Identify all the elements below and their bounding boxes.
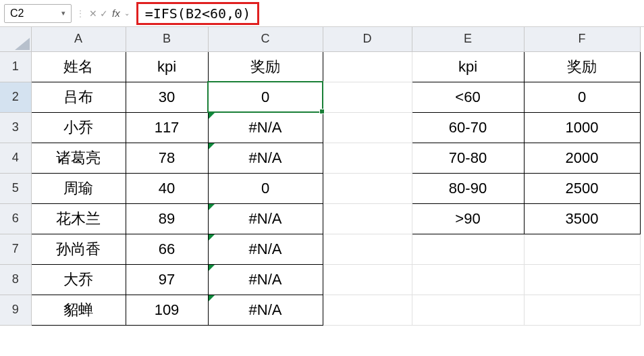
cell-D7[interactable] <box>323 234 412 264</box>
col-header-A[interactable]: A <box>31 27 126 51</box>
cell-D5[interactable] <box>323 173 412 203</box>
name-box-value: C2 <box>10 7 24 20</box>
cell-B6[interactable]: 89 <box>126 203 208 234</box>
table-row: 1 姓名 kpi 奖励 kpi 奖励 <box>0 51 640 82</box>
cell-F8[interactable] <box>524 264 640 295</box>
cancel-icon[interactable]: ✕ <box>89 8 97 19</box>
row-header[interactable]: 8 <box>0 264 31 295</box>
cell-B4[interactable]: 78 <box>126 143 208 173</box>
cell-E5[interactable]: 80-90 <box>412 173 524 203</box>
cell-B3[interactable]: 117 <box>126 112 208 143</box>
table-row: 6 花木兰 89 #N/A >90 3500 <box>0 203 640 234</box>
col-header-D[interactable]: D <box>323 27 412 51</box>
cell-C2[interactable]: 0 <box>208 82 323 112</box>
cell-C7[interactable]: #N/A <box>208 234 323 264</box>
cell-D9[interactable] <box>323 295 412 325</box>
chevron-down-icon[interactable]: ▾ <box>61 9 65 18</box>
formula-text: =IFS(B2<60,0) <box>145 5 251 22</box>
row-header[interactable]: 2 <box>0 82 31 112</box>
cell-F6[interactable]: 3500 <box>524 203 640 234</box>
cell-C3[interactable]: #N/A <box>208 112 323 143</box>
cell-E6[interactable]: >90 <box>412 203 524 234</box>
select-all-corner[interactable] <box>0 27 31 51</box>
spreadsheet-grid[interactable]: A B C D E F 1 姓名 kpi 奖励 kpi 奖励 2 吕布 30 0… <box>0 27 644 326</box>
cell-C9[interactable]: #N/A <box>208 295 323 325</box>
cell-E9[interactable] <box>412 295 524 325</box>
row-header[interactable]: 4 <box>0 143 31 173</box>
table-row: 8 大乔 97 #N/A <box>0 264 640 295</box>
cell-E7[interactable] <box>412 234 524 264</box>
col-header-B[interactable]: B <box>126 27 208 51</box>
cell-A1[interactable]: 姓名 <box>31 51 126 82</box>
formula-input[interactable]: =IFS(B2<60,0) <box>136 2 260 25</box>
cell-A8[interactable]: 大乔 <box>31 264 126 295</box>
chevron-down-icon[interactable]: ⌄ <box>124 9 130 17</box>
row-header[interactable]: 5 <box>0 173 31 203</box>
cell-C1[interactable]: 奖励 <box>208 51 323 82</box>
fx-icon[interactable]: fx <box>111 7 122 19</box>
cell-A7[interactable]: 孙尚香 <box>31 234 126 264</box>
table-row: 5 周瑜 40 0 80-90 2500 <box>0 173 640 203</box>
col-header-E[interactable]: E <box>412 27 524 51</box>
name-box[interactable]: C2 ▾ <box>4 4 72 23</box>
cell-D2[interactable] <box>323 82 412 112</box>
cell-E8[interactable] <box>412 264 524 295</box>
cell-F7[interactable] <box>524 234 640 264</box>
col-header-F[interactable]: F <box>524 27 640 51</box>
cell-C6[interactable]: #N/A <box>208 203 323 234</box>
table-row: 4 诸葛亮 78 #N/A 70-80 2000 <box>0 143 640 173</box>
cell-A6[interactable]: 花木兰 <box>31 203 126 234</box>
cell-A9[interactable]: 貂蝉 <box>31 295 126 325</box>
table-row: 2 吕布 30 0 <60 0 <box>0 82 640 112</box>
cell-F2[interactable]: 0 <box>524 82 640 112</box>
table-row: 7 孙尚香 66 #N/A <box>0 234 640 264</box>
cell-F4[interactable]: 2000 <box>524 143 640 173</box>
cell-E4[interactable]: 70-80 <box>412 143 524 173</box>
separator: ⋮ <box>74 8 86 19</box>
cell-C5[interactable]: 0 <box>208 173 323 203</box>
cell-A3[interactable]: 小乔 <box>31 112 126 143</box>
cell-B2[interactable]: 30 <box>126 82 208 112</box>
cell-D6[interactable] <box>323 203 412 234</box>
col-header-C[interactable]: C <box>208 27 323 51</box>
cell-F5[interactable]: 2500 <box>524 173 640 203</box>
cell-C8[interactable]: #N/A <box>208 264 323 295</box>
row-header[interactable]: 1 <box>0 51 31 82</box>
cell-D8[interactable] <box>323 264 412 295</box>
cell-D4[interactable] <box>323 143 412 173</box>
table-row: 3 小乔 117 #N/A 60-70 1000 <box>0 112 640 143</box>
cell-B5[interactable]: 40 <box>126 173 208 203</box>
row-header[interactable]: 6 <box>0 203 31 234</box>
cell-C4[interactable]: #N/A <box>208 143 323 173</box>
cell-D3[interactable] <box>323 112 412 143</box>
cell-D1[interactable] <box>323 51 412 82</box>
row-header[interactable]: 7 <box>0 234 31 264</box>
cell-F9[interactable] <box>524 295 640 325</box>
row-header[interactable]: 9 <box>0 295 31 325</box>
cell-F1[interactable]: 奖励 <box>524 51 640 82</box>
formula-bar: C2 ▾ ⋮ ✕ ✓ fx ⌄ =IFS(B2<60,0) <box>0 0 644 27</box>
cell-F3[interactable]: 1000 <box>524 112 640 143</box>
cell-E2[interactable]: <60 <box>412 82 524 112</box>
cell-B7[interactable]: 66 <box>126 234 208 264</box>
row-header[interactable]: 3 <box>0 112 31 143</box>
cell-A5[interactable]: 周瑜 <box>31 173 126 203</box>
table-row: 9 貂蝉 109 #N/A <box>0 295 640 325</box>
cell-A2[interactable]: 吕布 <box>31 82 126 112</box>
cell-A4[interactable]: 诸葛亮 <box>31 143 126 173</box>
enter-icon[interactable]: ✓ <box>100 8 108 19</box>
cell-B9[interactable]: 109 <box>126 295 208 325</box>
cell-E3[interactable]: 60-70 <box>412 112 524 143</box>
cell-B1[interactable]: kpi <box>126 51 208 82</box>
cell-B8[interactable]: 97 <box>126 264 208 295</box>
cell-E1[interactable]: kpi <box>412 51 524 82</box>
